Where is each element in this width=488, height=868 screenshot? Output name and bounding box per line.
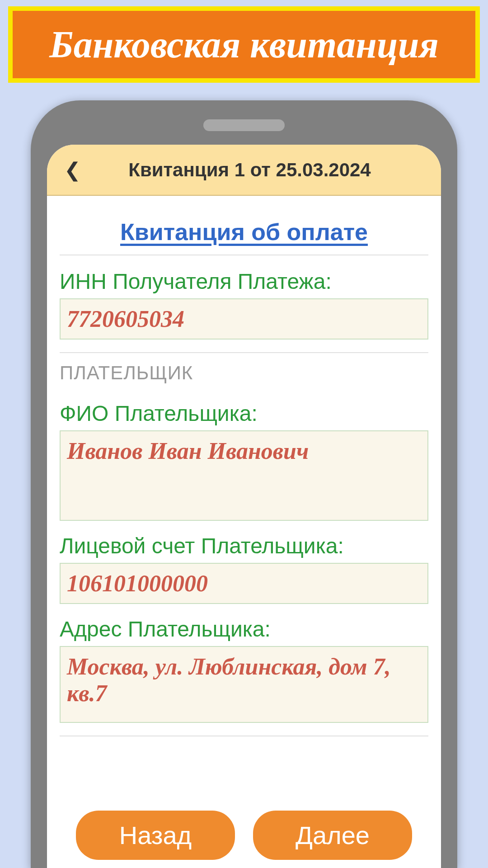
inn-label: ИНН Получателя Платежа: [60, 269, 428, 294]
inn-input[interactable]: 7720605034 [60, 298, 428, 340]
payer-section-header: ПЛАТЕЛЬЩИК [60, 352, 428, 401]
page-title[interactable]: Квитанция об оплате [120, 219, 368, 245]
navigation-buttons: Назад Далее [63, 806, 425, 868]
divider [60, 736, 428, 736]
banner-title: Банковская квитанция [13, 23, 475, 66]
app-banner: Банковская квитанция [8, 6, 480, 83]
page-title-container: Квитанция об оплате [60, 196, 428, 255]
phone-speaker-icon [203, 119, 285, 131]
chevron-left-icon[interactable]: ❮ [56, 158, 81, 181]
header-title: Квитанция 1 от 25.03.2024 [94, 159, 432, 181]
fio-input[interactable]: Иванов Иван Иванович [60, 430, 428, 521]
app-header: ❮ Квитанция 1 от 25.03.2024 [47, 145, 441, 196]
next-button[interactable]: Далее [253, 811, 412, 860]
account-label: Лицевой счет Плательщика: [60, 533, 428, 558]
phone-mockup-frame: ❮ Квитанция 1 от 25.03.2024 Квитанция об… [31, 100, 457, 868]
phone-screen: ❮ Квитанция 1 от 25.03.2024 Квитанция об… [47, 145, 441, 868]
account-input[interactable]: 106101000000 [60, 563, 428, 604]
address-label: Адрес Плательщика: [60, 617, 428, 642]
form-content: Квитанция об оплате ИНН Получателя Плате… [47, 196, 441, 736]
address-input[interactable]: Москва, ул. Люблинская, дом 7, кв.7 [60, 646, 428, 723]
fio-label: ФИО Плательщика: [60, 401, 428, 426]
back-button[interactable]: Назад [76, 811, 235, 860]
